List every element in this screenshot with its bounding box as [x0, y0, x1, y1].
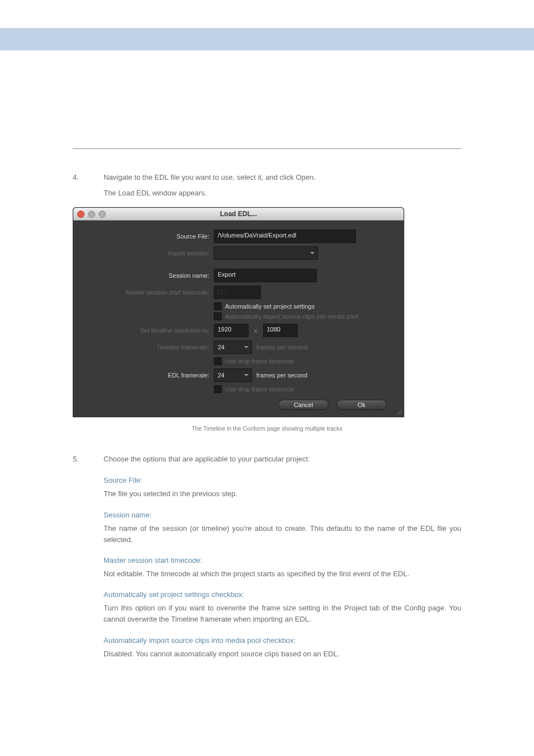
- option-auto-import-title: Automatically import source clips into m…: [104, 634, 461, 647]
- resolution-height-field[interactable]: 1080: [263, 324, 298, 337]
- dialog-title: Load EDL...: [73, 210, 404, 218]
- resolution-width-field[interactable]: 1920: [214, 324, 249, 337]
- option-auto-import-desc: Disabled. You cannot automatically impor…: [104, 648, 461, 660]
- import-session-select[interactable]: [214, 246, 318, 260]
- step-4-subtext: The Load EDL window appears.: [104, 187, 461, 199]
- step-4-number: 4.: [73, 171, 104, 184]
- label-timeline-framerate: Timeline framerate:: [83, 344, 214, 351]
- auto-settings-checkbox[interactable]: [214, 302, 222, 310]
- session-name-field[interactable]: Export: [214, 269, 317, 282]
- option-source-file-title: Source File:: [104, 474, 461, 487]
- edl-dropframe-label: Use drop frame timecode: [225, 386, 294, 393]
- label-set-resolution: Set timeline resolution to:: [83, 327, 214, 334]
- close-icon[interactable]: [77, 211, 85, 218]
- auto-import-checkbox: [214, 312, 222, 320]
- timeline-dropframe-label: Use drop frame timecode: [225, 358, 294, 365]
- edl-dropframe-checkbox: [214, 385, 222, 393]
- step-5-number: 5.: [73, 453, 104, 465]
- source-file-field[interactable]: /Volumes/DaVraid/Export.edl: [214, 230, 356, 243]
- minimize-icon[interactable]: [88, 211, 95, 218]
- resize-handle-icon[interactable]: [396, 409, 402, 415]
- maximize-icon[interactable]: [99, 211, 106, 218]
- option-master-tc-title: Master session start timecode:: [104, 554, 461, 567]
- step-4-text: Navigate to the EDL file you want to use…: [104, 171, 461, 184]
- cancel-button[interactable]: Cancel: [278, 400, 329, 410]
- option-auto-settings-title: Automatically set project settings check…: [104, 589, 461, 601]
- dialog-titlebar: Load EDL...: [73, 208, 404, 221]
- label-import-session: Import session:: [83, 250, 214, 256]
- timeline-dropframe-checkbox: [214, 357, 222, 365]
- timeline-fps-suffix: frames per second: [256, 344, 307, 351]
- edl-fps-suffix: frames per second: [256, 372, 307, 379]
- option-master-tc-desc: Not editable. The timecode at which the …: [104, 568, 461, 580]
- header-band: [0, 28, 534, 50]
- auto-settings-label: Automatically set project settings: [225, 303, 315, 310]
- timeline-fps-select[interactable]: 24: [214, 340, 252, 354]
- label-session-name: Session name:: [83, 272, 214, 279]
- divider: [73, 148, 461, 149]
- edl-fps-select[interactable]: 24: [214, 368, 252, 382]
- resolution-x: x: [253, 327, 259, 334]
- figure-caption: The Timeline in the Conform page showing…: [73, 425, 461, 432]
- load-edl-dialog: Load EDL... Source File: /Volumes/DaVrai…: [73, 207, 404, 417]
- label-master-tc: Master session start timecode:: [83, 289, 214, 296]
- label-source-file: Source File:: [83, 233, 214, 240]
- auto-import-label: Automatically import source clips into m…: [225, 313, 358, 320]
- step-5-text: Choose the options that are applicable t…: [104, 453, 461, 465]
- label-edl-framerate: EDL framerate:: [83, 372, 214, 379]
- option-source-file-desc: The file you selected in the previous st…: [104, 488, 461, 500]
- option-session-name-title: Session name:: [104, 509, 461, 521]
- master-tc-field: : : :: [214, 286, 261, 299]
- ok-button[interactable]: Ok: [336, 400, 387, 410]
- option-session-name-desc: The name of the session (or timeline) yo…: [104, 523, 461, 545]
- option-auto-settings-desc: Turn this option on if you want to overw…: [104, 603, 461, 625]
